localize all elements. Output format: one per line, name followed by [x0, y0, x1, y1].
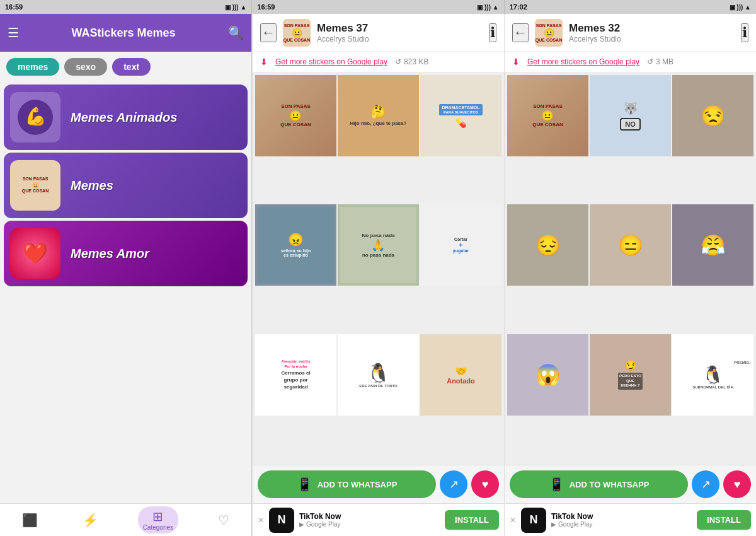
ad-close-32[interactable]: ✕	[510, 516, 516, 525]
menu-button[interactable]: ☰	[8, 25, 19, 40]
sticker-hijo-37: 🤔 Hijo mío, ¿qué te pasa?	[338, 75, 419, 156]
sticker-nono-32: 🐺 NO	[590, 75, 671, 156]
whatsapp-icon-37: 📱	[297, 477, 312, 492]
pack-label-memes: Memes	[71, 178, 113, 193]
pack-icon-animated: 💪	[10, 92, 60, 143]
sticker-cell-37-4[interactable]: 😠 señora su hijoes estupido	[255, 204, 336, 286]
sticker-pingu-37: 🐧 ERE ASIN DE TONTO	[338, 334, 419, 416]
ad-icon-32: N	[521, 508, 546, 533]
download-row-37: ⬇ Get more stickers on Google play ↺ 823…	[253, 52, 504, 73]
detail-header-32: ← SON PASAS😐QUE COSAN Memes 32 Accelrys …	[505, 14, 756, 52]
pack-item-memes[interactable]: SON PASAS 😐 QUE COSAN Memes	[4, 153, 248, 218]
sticker-pero-32: 😏 PERO ESTOQUEEEEHHH ?	[590, 334, 671, 416]
main-content: ☰ WAStickers Memes 🔍 memes sexo text 💪 M…	[0, 14, 756, 536]
sticker-cell-37-8[interactable]: 🐧 ERE ASIN DE TONTO	[338, 334, 419, 416]
share-btn-37[interactable]: ↗	[440, 470, 467, 498]
nav-categories[interactable]: ⊞ Categories	[138, 506, 178, 533]
sticker-cell-37-6[interactable]: Cortar + yugular	[420, 204, 501, 286]
sticker-cell-37-7[interactable]: Atención tod@sPor la noche Cerramos elgr…	[255, 334, 336, 416]
sticker-cell-37-2[interactable]: 🤔 Hijo mío, ¿qué te pasa?	[338, 75, 419, 156]
ad-icon-37: N	[269, 508, 294, 533]
action-row-37: 📱 ADD TO WHATSAPP ↗ ♥	[253, 465, 504, 503]
share-btn-32[interactable]: ↗	[692, 470, 719, 498]
pill-memes[interactable]: memes	[6, 58, 59, 76]
sticker-grid-37: SON PASAS😐QUE COSAN 🤔 Hijo mío, ¿qué te …	[253, 73, 504, 465]
ad-info-37: TikTok Now ▶ Google Play	[299, 512, 440, 528]
favorites-icon: ♡	[218, 513, 229, 528]
sticker-cell-32-4[interactable]: 😔	[507, 204, 588, 286]
time-left: 16:59	[5, 3, 23, 11]
download-row-32: ⬇ Get more stickers on Google play ↺ 3 M…	[505, 52, 756, 73]
flash-icon: ⚡	[83, 513, 98, 528]
sticker-senora-37: 😠 señora su hijoes estupido	[255, 204, 336, 286]
pill-sexo[interactable]: sexo	[64, 58, 107, 76]
pack-studio-37: Accelrys Studio	[317, 35, 489, 44]
ad-banner-32: ✕ N TikTok Now ▶ Google Play INSTALL	[505, 503, 756, 536]
pack-thumb-37: SON PASAS😐QUE COSAN	[283, 19, 311, 47]
search-button[interactable]: 🔍	[228, 25, 244, 40]
sticker-face1-32: 😔	[507, 204, 588, 286]
sticker-cell-37-9[interactable]: 🤝 Anotado	[420, 334, 501, 416]
category-pills: memes sexo text	[0, 52, 251, 82]
pill-text[interactable]: text	[112, 58, 151, 76]
detail-header-37: ← SON PASAS😐QUE COSAN Memes 37 Accelrys …	[253, 14, 504, 52]
add-whatsapp-btn-32[interactable]: 📱 ADD TO WHATSAPP	[510, 470, 688, 498]
info-button-32[interactable]: ℹ	[741, 23, 748, 42]
install-btn-32[interactable]: INSTALL	[697, 510, 751, 530]
right-panels: ← SON PASAS😐QUE COSAN Memes 37 Accelrys …	[252, 14, 756, 536]
add-whatsapp-btn-37[interactable]: 📱 ADD TO WHATSAPP	[258, 470, 436, 498]
download-link-37[interactable]: Get more stickers on Google play	[275, 57, 387, 66]
back-button-37[interactable]: ←	[260, 23, 277, 42]
store-icon: ⬛	[22, 513, 38, 528]
fav-btn-32[interactable]: ♥	[723, 470, 751, 498]
sticker-cell-32-9[interactable]: PREMIO: 🐧 SUBNORMAL DEL DÍA	[672, 334, 753, 416]
sticker-yugular-37: Cortar + yugular	[420, 204, 501, 286]
icons-left: ▣ ))) ▲	[225, 4, 246, 11]
sticker-cell-32-3[interactable]: 😒	[672, 75, 753, 156]
pack-studio-32: Accelrys Studio	[569, 35, 741, 44]
sticker-cell-37-5[interactable]: No pasa nada🙏no pasa nada	[338, 204, 419, 286]
sticker-sonpasas-37: SON PASAS😐QUE COSAN	[255, 75, 336, 156]
sticker-cell-32-6[interactable]: 😤	[672, 204, 753, 286]
sticker-cell-32-5[interactable]: 😑	[590, 204, 671, 286]
sticker-cell-37-3[interactable]: DRAMACETAMOLPARA SUAVECITOS 💊	[420, 75, 501, 156]
sticker-sonpasas-32: SON PASAS😐QUE COSAN	[507, 75, 588, 156]
sticker-nopasa-37: No pasa nada🙏no pasa nada	[338, 204, 419, 286]
app-title: WAStickers Memes	[71, 26, 175, 40]
status-bar-right: 17:02 ▣ ))) ▲	[505, 0, 756, 14]
heart-icon-37: ♥	[482, 478, 489, 491]
back-button-32[interactable]: ←	[512, 23, 529, 42]
sticker-attention-37: Atención tod@sPor la noche Cerramos elgr…	[255, 334, 336, 416]
sticker-cell-32-1[interactable]: SON PASAS😐QUE COSAN	[507, 75, 588, 156]
ad-store-32: ▶ Google Play	[551, 521, 692, 528]
nav-favorites[interactable]: ♡	[213, 510, 234, 530]
status-bars: 16:59 ▣ ))) ▲ 16:59 ▣ ))) ▲ 17:02 ▣ ))) …	[0, 0, 756, 14]
nav-flash[interactable]: ⚡	[77, 510, 103, 530]
pack-icon-memes: SON PASAS 😐 QUE COSAN	[10, 160, 60, 211]
sticker-cell-37-1[interactable]: SON PASAS😐QUE COSAN	[255, 75, 336, 156]
bottom-nav: ⬛ ⚡ ⊞ Categories ♡	[0, 503, 251, 536]
sticker-cell-32-2[interactable]: 🐺 NO	[590, 75, 671, 156]
fav-btn-37[interactable]: ♥	[471, 470, 499, 498]
download-link-32[interactable]: Get more stickers on Google play	[527, 57, 639, 66]
detail-panel-memes32: ← SON PASAS😐QUE COSAN Memes 32 Accelrys …	[504, 14, 756, 536]
ad-name-32: TikTok Now	[551, 512, 692, 521]
sticker-drama-37: DRAMACETAMOLPARA SUAVECITOS 💊	[420, 75, 501, 156]
info-button-37[interactable]: ℹ	[489, 23, 496, 42]
time-mid: 16:59	[257, 3, 275, 11]
sticker-cell-32-8[interactable]: 😏 PERO ESTOQUEEEEHHH ?	[590, 334, 671, 416]
icons-right: ▣ ))) ▲	[730, 4, 751, 11]
categories-icon: ⊞	[152, 509, 163, 524]
time-right: 17:02	[510, 3, 527, 11]
action-row-32: 📱 ADD TO WHATSAPP ↗ ♥	[505, 465, 756, 503]
pack-item-animated[interactable]: 💪 Memes Animados	[4, 84, 248, 150]
nav-store[interactable]: ⬛	[17, 510, 43, 530]
size-icon-32: ↺	[647, 57, 653, 66]
ad-name-37: TikTok Now	[299, 512, 440, 521]
install-btn-37[interactable]: INSTALL	[445, 510, 499, 530]
pack-item-amor[interactable]: ❤️ Memes Amor	[4, 221, 248, 286]
sticker-cell-32-7[interactable]: 😱	[507, 334, 588, 416]
pack-label-animated: Memes Animados	[71, 110, 177, 125]
download-size-32: ↺ 3 MB	[647, 57, 673, 66]
ad-close-37[interactable]: ✕	[258, 516, 264, 525]
